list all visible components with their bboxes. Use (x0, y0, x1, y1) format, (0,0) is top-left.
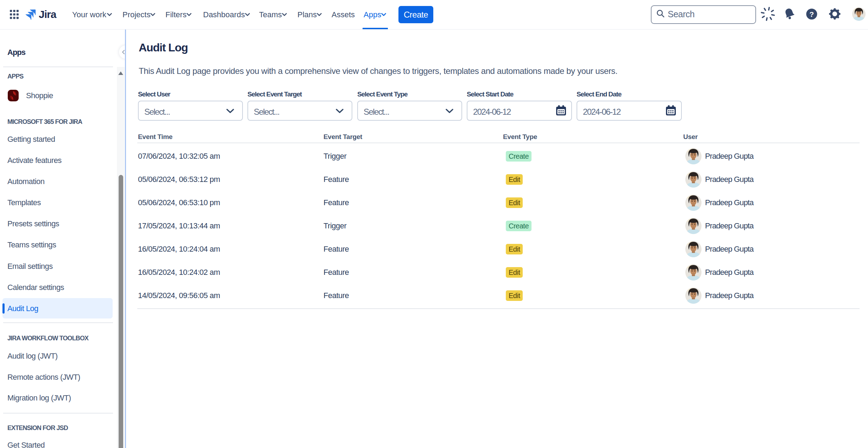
svg-text:?: ? (810, 10, 814, 18)
